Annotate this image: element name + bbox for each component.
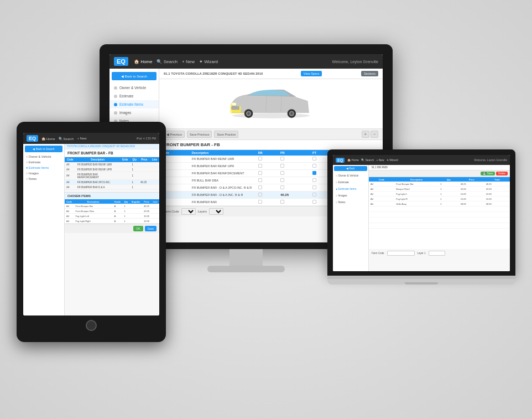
table-row[interactable]: A4FR BUMPER BAR 2PCS INC.140.25 bbox=[65, 180, 159, 185]
scene: EQ 🏠 Home 🔍 Search + New ✦ Wizard Welcom… bbox=[0, 0, 532, 419]
save-practice-btn[interactable]: Save Practice bbox=[214, 131, 238, 138]
nav-new[interactable]: + New bbox=[182, 59, 195, 64]
sidebar-dot bbox=[114, 111, 117, 115]
chcol-qty: Qty bbox=[122, 199, 129, 204]
farm-code-select[interactable] bbox=[181, 208, 196, 215]
chcol-desc: Description bbox=[74, 199, 112, 204]
tablet-back-btn[interactable]: ◀ Back to Search bbox=[25, 146, 62, 152]
desktop-nav: 🏠 Home 🔍 Search + New ✦ Wizard bbox=[134, 59, 327, 64]
nav-home[interactable]: 🏠 Home bbox=[134, 59, 153, 64]
nav-wizard[interactable]: ✦ Wizard bbox=[199, 59, 218, 64]
tablet-sidebar-notes[interactable]: ○ Notes bbox=[23, 176, 64, 182]
zoom-out-btn[interactable]: − bbox=[371, 131, 378, 138]
laptop-sidebar-items[interactable]: ● Estimate Items bbox=[333, 185, 368, 192]
table-row[interactable]: A4FR BUMPER BAR REINF UPR1 bbox=[65, 167, 159, 172]
table-row[interactable]: A4FR BUMPER BAR REINFORCEMENT1 bbox=[65, 172, 159, 180]
sidebar-estimate-items[interactable]: Estimate Items bbox=[109, 100, 159, 108]
tablet-save-btn[interactable]: Save bbox=[145, 226, 157, 231]
tablet-nav-item[interactable]: 🏠 Home bbox=[41, 137, 55, 141]
laptop-bezel: EQ 🏠 Home 🔍 Search + New ✦ Wizard Welcom… bbox=[327, 149, 515, 276]
checkbox[interactable] bbox=[258, 193, 262, 196]
table-row[interactable]: A4Fog Light RightA115.00 bbox=[65, 219, 159, 224]
laptop-save-btn[interactable]: 💾 Save bbox=[481, 172, 495, 175]
sections-btn[interactable]: Sections bbox=[361, 71, 378, 76]
laptop-back-btn[interactable]: ◀ Back bbox=[334, 166, 367, 171]
checkbox[interactable] bbox=[280, 157, 284, 161]
checkbox[interactable] bbox=[258, 171, 262, 175]
checkbox[interactable] bbox=[280, 200, 284, 204]
tablet-nav-item[interactable]: + New bbox=[77, 137, 86, 141]
car-image-area bbox=[159, 79, 383, 129]
table-row[interactable]: A4Bumper Reinf122.0022.00 bbox=[369, 187, 510, 192]
table-row[interactable]: A4Front Bumper BarA140.25 bbox=[65, 204, 159, 209]
save-previous-btn[interactable]: Save Previous bbox=[187, 131, 212, 138]
checkbox[interactable] bbox=[312, 164, 316, 168]
checkbox[interactable] bbox=[280, 171, 284, 175]
tablet-home-button[interactable] bbox=[86, 320, 97, 331]
tablet-sidebar-estimate[interactable]: ○ Estimate bbox=[23, 159, 64, 165]
vehicle-header: 91.1 TOYOTA COROLLA ZRE182R CONQUEST 4D … bbox=[159, 69, 383, 79]
checkbox[interactable] bbox=[312, 193, 316, 196]
tablet-ok-btn[interactable]: OK bbox=[133, 226, 143, 231]
checkbox[interactable] bbox=[312, 185, 316, 189]
laptop-delete-btn[interactable]: Delete bbox=[496, 172, 508, 175]
tcol-price: Price bbox=[139, 157, 150, 162]
sidebar-owner-vehicle[interactable]: Owner & Vehicle bbox=[109, 84, 159, 92]
svg-point-4 bbox=[247, 112, 250, 115]
svg-point-8 bbox=[231, 102, 236, 105]
svg-rect-9 bbox=[231, 106, 239, 109]
laptop-sidebar-notes[interactable]: ○ Notes bbox=[333, 199, 368, 205]
checkbox[interactable] bbox=[312, 157, 316, 161]
sidebar-images[interactable]: Images bbox=[109, 108, 159, 117]
zoom-in-btn[interactable]: + bbox=[362, 131, 369, 138]
chcol-code: Code bbox=[65, 199, 74, 204]
tablet-logo: EQ bbox=[27, 135, 38, 142]
tablet-nav: 🏠 Home 🔍 Search + New bbox=[41, 137, 133, 141]
checkbox[interactable] bbox=[258, 178, 262, 182]
laptop-sidebar-images[interactable]: ○ Images bbox=[333, 192, 368, 199]
tcol-grade: Grde bbox=[120, 157, 131, 162]
svg-point-7 bbox=[290, 112, 293, 115]
tablet-sidebar-items[interactable]: ● Estimate Items bbox=[23, 165, 64, 170]
tablet-sidebar-owner[interactable]: ○ Owner & Vehicle bbox=[23, 154, 64, 159]
view-specs-btn[interactable]: View Specs bbox=[301, 71, 322, 76]
table-row[interactable]: A4FR BUMPER BAR REINF LWR1 bbox=[65, 162, 159, 167]
table-row[interactable]: A4Front Bumper Bar140.2540.25 bbox=[369, 182, 510, 187]
layer-input[interactable] bbox=[429, 251, 445, 256]
laptop-base bbox=[327, 279, 515, 284]
checkbox[interactable] bbox=[258, 185, 262, 189]
checkbox[interactable] bbox=[312, 178, 316, 182]
checkbox[interactable] bbox=[258, 200, 262, 204]
table-row[interactable]: A4Front Bumper ReinA122.00 bbox=[65, 209, 159, 214]
previous-btn[interactable]: ◀ Previous bbox=[164, 131, 185, 138]
laptop-sidebar-estimate[interactable]: ○ Estimate bbox=[333, 179, 368, 185]
checkbox[interactable] bbox=[258, 157, 262, 161]
nav-search[interactable]: 🔍 Search bbox=[157, 59, 178, 64]
checkbox[interactable] bbox=[280, 164, 284, 168]
table-row bbox=[369, 223, 510, 229]
checkbox[interactable] bbox=[312, 200, 316, 204]
tcol-qty: Qty bbox=[130, 157, 138, 162]
checkbox[interactable] bbox=[280, 178, 284, 182]
sidebar-estimate[interactable]: Estimate bbox=[109, 92, 159, 100]
desktop-welcome: Welcome, Leyton Grenville bbox=[332, 60, 378, 64]
laptop-toolbar: 💾 Save Delete bbox=[369, 170, 510, 177]
farm-code-input[interactable] bbox=[387, 251, 415, 256]
desktop-logo: EQ bbox=[114, 57, 128, 66]
checkbox-checked[interactable] bbox=[312, 171, 316, 175]
laptop-welcome: Welcome, Leyton Grenville bbox=[474, 158, 507, 162]
layers-select[interactable] bbox=[209, 208, 223, 215]
tablet-nav-item[interactable]: 🔍 Search bbox=[59, 137, 74, 141]
laptop-sidebar-owner[interactable]: ○ Owner & Vehicle bbox=[333, 172, 368, 179]
col-rb: RB bbox=[256, 150, 278, 156]
table-row[interactable]: A4Fog Light L115.0015.00 bbox=[369, 192, 510, 196]
checkbox[interactable] bbox=[258, 164, 262, 168]
checkbox[interactable] bbox=[280, 185, 284, 189]
tablet-sidebar-images[interactable]: ○ Images bbox=[23, 170, 64, 176]
table-row[interactable]: A4FR BUMPER BAR D & A1 bbox=[65, 185, 159, 190]
desktop-app-header: EQ 🏠 Home 🔍 Search + New ✦ Wizard Welcom… bbox=[109, 54, 383, 69]
table-row[interactable]: A4Grille Assy128.0028.00 bbox=[369, 201, 510, 206]
table-row[interactable]: A4Fog Light LeftA115.00 bbox=[65, 214, 159, 219]
table-row[interactable]: A4Fog Light R115.0015.00 bbox=[369, 196, 510, 201]
back-to-search-btn[interactable]: ◀ Back to Search bbox=[112, 72, 157, 80]
